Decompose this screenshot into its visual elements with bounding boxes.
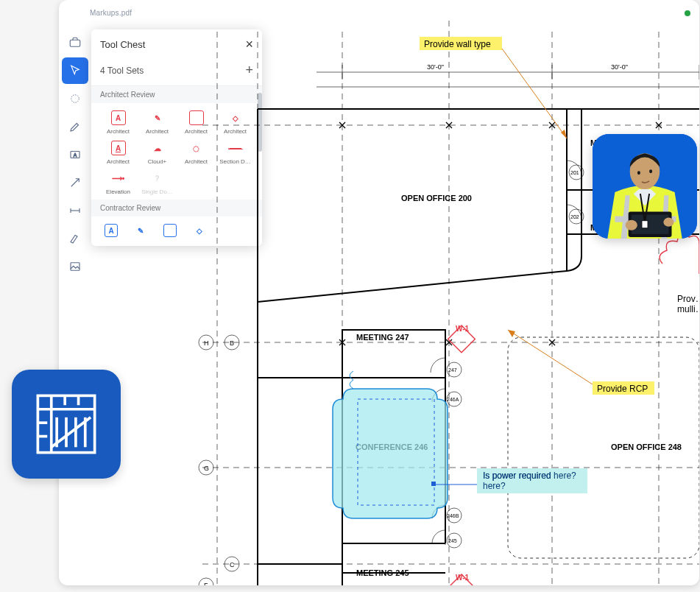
svg-rect-87 [431,482,436,486]
svg-text:F: F [204,582,208,585]
pen-icon[interactable] [62,113,88,140]
svg-text:G: G [204,465,209,472]
svg-text:B: B [230,339,234,347]
app-window: Markups.pdf A Too [59,0,699,585]
svg-line-4 [71,179,79,187]
dim-2: 30'-0" [611,63,628,71]
svg-line-77 [508,330,593,384]
svg-text:MEETING  245: MEETING 245 [356,568,409,577]
highlighter-icon[interactable] [62,225,88,252]
svg-point-104 [649,169,652,173]
svg-point-1 [71,95,79,103]
svg-text:247: 247 [448,367,457,373]
dimension-icon[interactable] [62,197,88,224]
svg-text:MEETING  247: MEETING 247 [356,333,409,342]
svg-text:OPEN OFFICE  248: OPEN OFFICE 248 [611,443,682,451]
arrow-icon[interactable] [62,169,88,196]
svg-point-103 [637,171,640,175]
svg-text:W-1: W-1 [456,574,470,582]
floor-plan[interactable]: .thin{stroke:#000;stroke-width:0.6;fill:… [96,13,699,585]
takeoff-logo-tile [12,370,121,479]
annot-wall-type: Provide wall type [424,39,491,49]
svg-text:202: 202 [570,214,579,219]
avatar-illustration [593,134,697,239]
svg-text:201: 201 [570,170,579,175]
svg-point-107 [626,220,637,230]
text-box-icon[interactable]: A [62,141,88,168]
briefcase-icon[interactable] [62,29,88,56]
svg-point-108 [663,218,674,227]
annot-rcp: Provide RCP [597,384,648,394]
annot-mullions: Prov…mulli… [677,294,699,314]
user-avatar [593,134,697,239]
svg-text:OPEN OFFICE  200: OPEN OFFICE 200 [401,194,472,202]
svg-rect-8 [71,263,79,271]
svg-text:H: H [204,339,209,347]
svg-rect-0 [70,40,80,46]
svg-rect-109 [642,221,648,228]
svg-text:246A: 246A [447,397,459,402]
image-icon[interactable] [62,253,88,280]
svg-text:246B: 246B [447,513,459,518]
tally-grid-icon [32,390,100,458]
svg-text:245: 245 [448,538,457,543]
svg-text:C: C [230,561,235,568]
vertical-toolbar: A [62,29,88,281]
cursor-icon[interactable] [62,57,88,84]
tag-w1: W-1 [456,325,470,333]
svg-marker-78 [508,330,515,337]
dim-1: 30'-0" [427,63,444,71]
gear-outline-icon[interactable] [62,85,88,112]
svg-text:A: A [74,152,77,158]
